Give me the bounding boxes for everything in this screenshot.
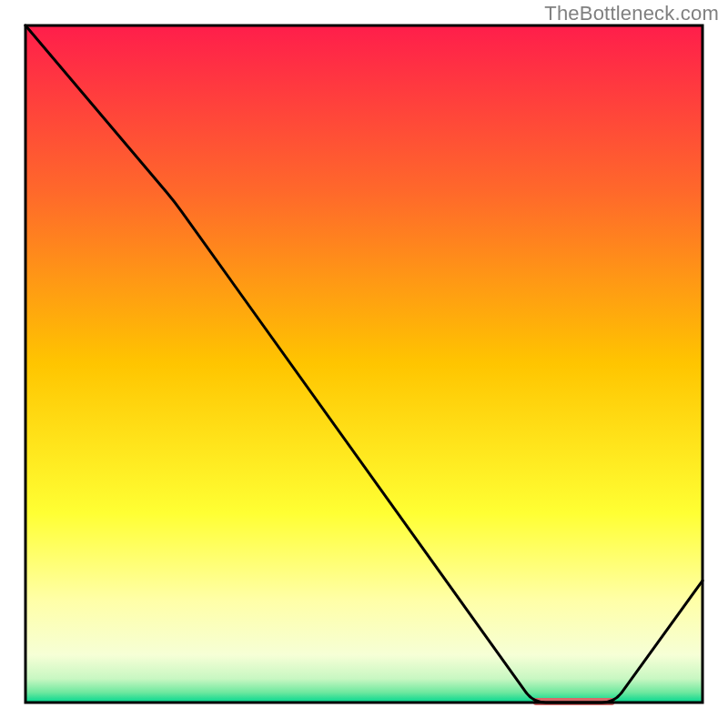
chart-container: TheBottleneck.com bbox=[0, 0, 728, 728]
gradient-background bbox=[25, 25, 703, 703]
watermark-text: TheBottleneck.com bbox=[544, 2, 719, 25]
bottleneck-chart bbox=[0, 0, 728, 728]
